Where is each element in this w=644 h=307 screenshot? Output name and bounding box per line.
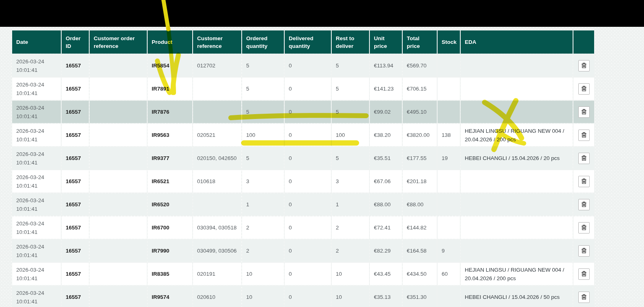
cell-order_id: 16557	[62, 101, 89, 123]
cell-customer_reference: 030394, 030518	[193, 216, 241, 239]
cell-total_price: €88.00	[403, 193, 437, 216]
cell-total_price: €351.30	[403, 286, 437, 307]
cell-delete	[573, 101, 594, 123]
cell-eda: HEBEI CHANGLI / 15.04.2026 / 50 pcs	[461, 286, 573, 307]
cell-product: IR8385	[148, 263, 192, 285]
cell-stock	[438, 286, 460, 307]
table-row: 2026-03-2410:01:4116557IR5854012702505€1…	[12, 54, 594, 77]
cell-customer_reference: 020191	[193, 263, 241, 285]
cell-rest_to_deliver: 5	[332, 78, 369, 100]
cell-product: IR6520	[148, 193, 192, 216]
cell-delivered_quantity: 0	[285, 101, 331, 123]
cell-customer_order_reference	[90, 263, 147, 285]
delete-row-button[interactable]	[578, 130, 590, 141]
delete-row-button[interactable]	[578, 199, 590, 210]
cell-customer_order_reference	[90, 78, 147, 100]
cell-delete	[573, 170, 594, 192]
column-header-delivered_quantity: Delivered quantity	[285, 30, 331, 54]
column-header-date: Date	[12, 30, 61, 54]
cell-total_price: €144.82	[403, 216, 437, 239]
trash-icon	[581, 86, 587, 92]
column-header-order_id: Order ID	[62, 30, 89, 54]
table-row: 2026-03-2410:01:4116557IR7990030499, 030…	[12, 240, 594, 262]
cell-order_id: 16557	[62, 240, 89, 262]
cell-customer_reference: 020610	[193, 286, 241, 307]
cell-total_price: €706.15	[403, 78, 437, 100]
column-header-unit_price: Unit price	[370, 30, 402, 54]
delete-row-button[interactable]	[578, 153, 590, 164]
cell-unit_price: €141.23	[370, 78, 402, 100]
cell-eda	[461, 216, 573, 239]
cell-ordered_quantity: 10	[242, 263, 284, 285]
table-row: 2026-03-2410:01:4116557IR7876505€99.02€4…	[12, 101, 594, 123]
cell-customer_reference: 010618	[193, 170, 241, 192]
cell-unit_price: €72.41	[370, 216, 402, 239]
cell-date: 2026-03-2410:01:41	[12, 124, 61, 146]
cell-order_id: 16557	[62, 170, 89, 192]
table-body: 2026-03-2410:01:4116557IR5854012702505€1…	[12, 54, 594, 307]
cell-eda: HEJIAN LINGSU / RIGUANG NEW 004 / 20.04.…	[461, 124, 573, 146]
cell-product: IR7990	[148, 240, 192, 262]
cell-customer_reference	[193, 193, 241, 216]
cell-stock	[438, 193, 460, 216]
table-row: 2026-03-2410:01:4116557IR6520101€88.00€8…	[12, 193, 594, 216]
cell-customer_reference: 020150, 042650	[193, 147, 241, 169]
column-header-product: Product	[148, 30, 192, 54]
cell-stock: 60	[438, 263, 460, 285]
cell-delete	[573, 193, 594, 216]
trash-icon	[581, 225, 587, 231]
table-row: 2026-03-2410:01:4116557IR6521010618303€6…	[12, 170, 594, 192]
delete-row-button[interactable]	[578, 245, 590, 257]
delete-row-button[interactable]	[578, 222, 590, 233]
cell-delivered_quantity: 0	[285, 54, 331, 77]
delete-row-button[interactable]	[578, 106, 590, 118]
cell-product: IR6700	[148, 216, 192, 239]
cell-delete	[573, 78, 594, 100]
cell-delivered_quantity: 0	[285, 170, 331, 192]
cell-eda	[461, 54, 573, 77]
cell-product: IR7876	[148, 101, 192, 123]
cell-customer_order_reference	[90, 54, 147, 77]
top-black-bar	[0, 0, 644, 27]
delete-row-button[interactable]	[578, 60, 590, 71]
table-row: 2026-03-2410:01:4116557IR7891505€141.23€…	[12, 78, 594, 100]
cell-total_price: €201.18	[403, 170, 437, 192]
cell-ordered_quantity: 5	[242, 101, 284, 123]
cell-customer_order_reference	[90, 147, 147, 169]
delete-row-button[interactable]	[578, 292, 590, 303]
cell-customer_order_reference	[90, 101, 147, 123]
cell-unit_price: €82.29	[370, 240, 402, 262]
cell-product: IR9377	[148, 147, 192, 169]
cell-total_price: €3820.00	[403, 124, 437, 146]
cell-eda	[461, 170, 573, 192]
cell-unit_price: €35.13	[370, 286, 402, 307]
cell-stock: 138	[438, 124, 460, 146]
cell-product: IR7891	[148, 78, 192, 100]
cell-delivered_quantity: 0	[285, 216, 331, 239]
cell-rest_to_deliver: 2	[332, 240, 369, 262]
cell-rest_to_deliver: 3	[332, 170, 369, 192]
trash-icon	[581, 132, 587, 138]
delete-row-button[interactable]	[578, 83, 590, 95]
column-header-eda: EDA	[461, 30, 573, 54]
cell-delete	[573, 286, 594, 307]
table-row: 2026-03-2410:01:4116557IR6700030394, 030…	[12, 216, 594, 239]
cell-rest_to_deliver: 2	[332, 216, 369, 239]
cell-rest_to_deliver: 5	[332, 147, 369, 169]
cell-ordered_quantity: 100	[242, 124, 284, 146]
delete-row-button[interactable]	[578, 268, 590, 280]
cell-delete	[573, 216, 594, 239]
cell-unit_price: €99.02	[370, 101, 402, 123]
order-lines-table: DateOrder IDCustomer order referenceProd…	[11, 30, 595, 307]
cell-date: 2026-03-2410:01:41	[12, 286, 61, 307]
cell-stock: 19	[438, 147, 460, 169]
cell-order_id: 16557	[62, 216, 89, 239]
cell-date: 2026-03-2410:01:41	[12, 240, 61, 262]
delete-row-button[interactable]	[578, 176, 590, 187]
cell-eda	[461, 101, 573, 123]
cell-rest_to_deliver: 5	[332, 101, 369, 123]
cell-date: 2026-03-2410:01:41	[12, 101, 61, 123]
cell-eda	[461, 240, 573, 262]
cell-delivered_quantity: 0	[285, 193, 331, 216]
column-header-delete	[573, 30, 594, 54]
